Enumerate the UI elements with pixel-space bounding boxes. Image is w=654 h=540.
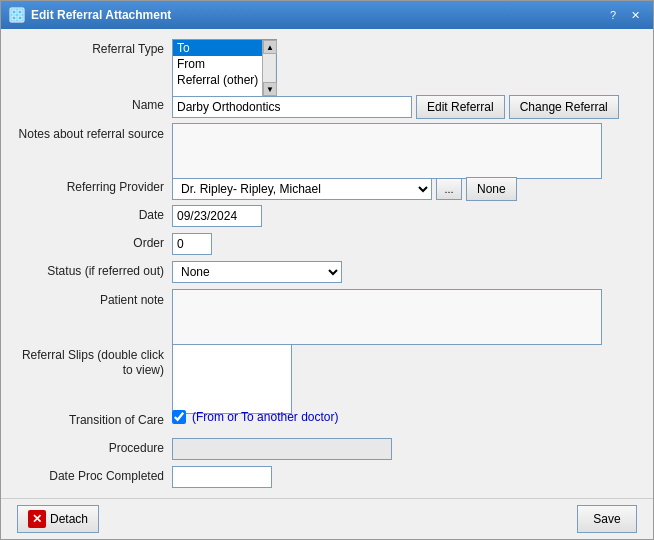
date-proc-controls bbox=[172, 466, 637, 488]
name-input[interactable] bbox=[172, 96, 412, 118]
transition-text: (From or To another doctor) bbox=[192, 410, 339, 424]
bottom-bar: ✕ Detach Save bbox=[1, 498, 653, 539]
edit-referral-button[interactable]: Edit Referral bbox=[416, 95, 505, 119]
referral-slips-controls bbox=[172, 344, 637, 414]
referring-provider-label: Referring Provider bbox=[17, 177, 172, 196]
status-label: Status (if referred out) bbox=[17, 261, 172, 280]
referral-type-label: Referral Type bbox=[17, 39, 172, 58]
order-controls bbox=[172, 233, 637, 255]
referral-slips-label: Referral Slips (double click to view) bbox=[17, 344, 172, 379]
status-controls: None Pending Completed Cancelled bbox=[172, 261, 637, 283]
scroll-track bbox=[263, 54, 275, 82]
patient-note-textarea[interactable] bbox=[172, 289, 602, 345]
save-button[interactable]: Save bbox=[577, 505, 637, 533]
referring-provider-controls: Dr. Ripley- Ripley, Michael ... None bbox=[172, 177, 637, 201]
date-proc-input[interactable] bbox=[172, 466, 272, 488]
detach-label: Detach bbox=[50, 512, 88, 526]
date-label: Date bbox=[17, 205, 172, 224]
referral-type-row: Referral Type To From Referral (other) ▲… bbox=[17, 39, 637, 89]
referral-slips-box[interactable] bbox=[172, 344, 292, 414]
name-row: Name Edit Referral Change Referral bbox=[17, 95, 637, 117]
svg-rect-3 bbox=[12, 16, 16, 20]
listbox-scrollbar: ▲ ▼ bbox=[262, 40, 276, 96]
date-input[interactable] bbox=[172, 205, 262, 227]
close-button[interactable]: ✕ bbox=[625, 5, 645, 25]
change-referral-button[interactable]: Change Referral bbox=[509, 95, 619, 119]
help-button[interactable]: ? bbox=[603, 5, 623, 25]
patient-note-label: Patient note bbox=[17, 289, 172, 309]
svg-rect-2 bbox=[18, 10, 22, 14]
patient-note-controls bbox=[172, 289, 637, 345]
procedure-controls bbox=[172, 438, 637, 460]
date-controls bbox=[172, 205, 637, 227]
detach-button[interactable]: ✕ Detach bbox=[17, 505, 99, 533]
referring-provider-select[interactable]: Dr. Ripley- Ripley, Michael bbox=[172, 178, 432, 200]
detach-x-icon: ✕ bbox=[28, 510, 46, 528]
transition-label: Transition of Care bbox=[17, 410, 172, 429]
window-title: Edit Referral Attachment bbox=[31, 8, 603, 22]
date-row: Date bbox=[17, 205, 637, 227]
order-input[interactable] bbox=[172, 233, 212, 255]
listbox-item-referral-other[interactable]: Referral (other) bbox=[173, 72, 262, 88]
order-label: Order bbox=[17, 233, 172, 252]
transition-controls: (From or To another doctor) bbox=[172, 410, 637, 424]
listbox-item-from[interactable]: From bbox=[173, 56, 262, 72]
svg-rect-4 bbox=[18, 16, 22, 20]
name-label: Name bbox=[17, 95, 172, 114]
scroll-down-arrow[interactable]: ▼ bbox=[263, 82, 277, 96]
notes-textarea[interactable] bbox=[172, 123, 602, 179]
name-controls: Edit Referral Change Referral bbox=[172, 95, 637, 119]
scroll-up-arrow[interactable]: ▲ bbox=[263, 40, 277, 54]
transition-row: Transition of Care (From or To another d… bbox=[17, 410, 637, 432]
svg-rect-1 bbox=[12, 10, 16, 14]
notes-controls bbox=[172, 123, 637, 179]
form-content: Referral Type To From Referral (other) ▲… bbox=[1, 29, 653, 498]
referral-type-controls: To From Referral (other) ▲ ▼ bbox=[172, 39, 637, 97]
patient-note-row: Patient note bbox=[17, 289, 637, 337]
none-button[interactable]: None bbox=[466, 177, 517, 201]
listbox-item-to[interactable]: To bbox=[173, 40, 262, 56]
transition-checkbox[interactable] bbox=[172, 410, 186, 424]
procedure-input[interactable] bbox=[172, 438, 392, 460]
procedure-label: Procedure bbox=[17, 438, 172, 457]
procedure-row: Procedure bbox=[17, 438, 637, 460]
ellipsis-button[interactable]: ... bbox=[436, 178, 462, 200]
status-row: Status (if referred out) None Pending Co… bbox=[17, 261, 637, 283]
date-proc-label: Date Proc Completed bbox=[17, 466, 172, 485]
main-window: Edit Referral Attachment ? ✕ Referral Ty… bbox=[0, 0, 654, 540]
window-controls: ? ✕ bbox=[603, 5, 645, 25]
referral-type-list[interactable]: To From Referral (other) bbox=[173, 40, 262, 96]
order-row: Order bbox=[17, 233, 637, 255]
status-select[interactable]: None Pending Completed Cancelled bbox=[172, 261, 342, 283]
app-icon bbox=[9, 7, 25, 23]
notes-row: Notes about referral source bbox=[17, 123, 637, 171]
title-bar: Edit Referral Attachment ? ✕ bbox=[1, 1, 653, 29]
referring-provider-row: Referring Provider Dr. Ripley- Ripley, M… bbox=[17, 177, 637, 199]
referral-slips-row: Referral Slips (double click to view) bbox=[17, 344, 637, 404]
notes-label: Notes about referral source bbox=[17, 123, 172, 143]
referral-type-listbox-wrapper: To From Referral (other) ▲ ▼ bbox=[172, 39, 277, 97]
date-proc-row: Date Proc Completed bbox=[17, 466, 637, 488]
